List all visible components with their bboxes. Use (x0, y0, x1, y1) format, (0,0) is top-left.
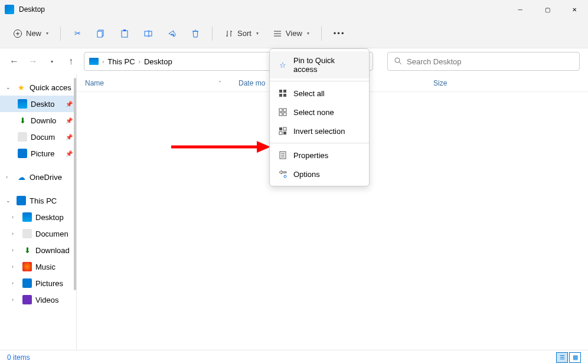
breadcrumb-current[interactable]: Desktop (144, 57, 172, 66)
cut-icon: ✂ (73, 29, 82, 38)
status-bar: 0 items ☰ ▦ (0, 350, 588, 364)
new-label: New (26, 29, 41, 38)
search-placeholder: Search Desktop (407, 57, 462, 66)
minimize-button[interactable]: ─ (507, 0, 534, 19)
video-icon (22, 295, 32, 304)
separator (270, 143, 369, 143)
thumbnails-view-button[interactable]: ▦ (569, 352, 581, 363)
maximize-button[interactable]: ▢ (534, 0, 561, 19)
select-none-icon (278, 107, 288, 117)
column-name[interactable]: Name ⌃ (77, 79, 230, 87)
sidebar-item-desktop[interactable]: Deskto 📌 (0, 96, 76, 112)
sidebar-item-videos[interactable]: › Videos (0, 291, 76, 308)
sidebar-item-pictures[interactable]: Picture 📌 (0, 145, 76, 162)
rename-button[interactable] (138, 25, 159, 42)
recent-dropdown[interactable]: ▾ (46, 55, 58, 67)
sidebar-item-music[interactable]: › Music (0, 258, 76, 275)
chevron-right-icon: › (12, 297, 19, 303)
status-item-count: 0 items (7, 353, 30, 362)
download-icon: ⬇ (22, 245, 32, 255)
context-menu: ☆ Pin to Quick access Select all Select … (269, 48, 370, 186)
svg-point-7 (395, 58, 400, 63)
chevron-right-icon: › (12, 264, 19, 270)
svg-rect-11 (279, 94, 282, 97)
download-icon: ⬇ (18, 116, 27, 125)
breadcrumb-root[interactable]: This PC (107, 57, 135, 66)
back-button[interactable]: ← (8, 55, 20, 67)
forward-button[interactable]: → (27, 55, 39, 67)
share-icon (167, 29, 177, 38)
svg-rect-3 (122, 31, 128, 37)
svg-rect-5 (145, 31, 152, 36)
close-button[interactable]: ✕ (561, 0, 588, 19)
column-size[interactable]: Size (425, 79, 472, 87)
paste-icon (120, 29, 129, 38)
window-title: Desktop (19, 5, 45, 14)
app-icon (5, 5, 14, 14)
sidebar-quick-access[interactable]: ⌄ ★ Quick acces (0, 79, 76, 96)
select-all-icon (278, 88, 288, 98)
pin-icon: 📌 (66, 101, 73, 107)
menu-select-none[interactable]: Select none (270, 103, 369, 122)
chevron-down-icon: ▾ (307, 31, 309, 36)
options-icon (278, 169, 288, 179)
sidebar-item-downloads[interactable]: ⬇ Downlo 📌 (0, 112, 76, 129)
chevron-right-icon: › (12, 214, 19, 220)
view-button[interactable]: View ▾ (267, 25, 315, 42)
menu-invert-selection[interactable]: Invert selection (270, 122, 369, 140)
sidebar-item-documents[interactable]: Docum 📌 (0, 129, 76, 145)
menu-pin-quick-access[interactable]: ☆ Pin to Quick access (270, 51, 369, 78)
menu-select-all[interactable]: Select all (270, 84, 369, 103)
svg-rect-16 (283, 113, 286, 116)
details-view-button[interactable]: ☰ (556, 352, 568, 363)
up-button[interactable]: ↑ (65, 55, 77, 67)
sort-icon (224, 29, 234, 38)
new-button[interactable]: New ▾ (7, 25, 54, 42)
sidebar-item-desktop[interactable]: › Desktop (0, 209, 76, 225)
paste-button[interactable] (114, 25, 135, 42)
sidebar-item-pictures[interactable]: › Pictures (0, 275, 76, 291)
pin-icon: 📌 (66, 150, 73, 157)
svg-rect-18 (283, 127, 286, 130)
menu-options[interactable]: Options (270, 165, 369, 183)
chevron-right-icon: › (12, 247, 19, 253)
sidebar-item-documents[interactable]: › Documen (0, 225, 76, 242)
sort-button[interactable]: Sort ▾ (218, 25, 264, 42)
copy-button[interactable] (90, 25, 112, 42)
svg-rect-4 (123, 29, 126, 31)
search-icon (394, 57, 402, 67)
document-icon (18, 132, 27, 142)
menu-label: Invert selection (293, 127, 345, 136)
cut-button[interactable]: ✂ (67, 25, 88, 42)
share-button[interactable] (161, 25, 182, 42)
title-bar: Desktop ─ ▢ ✕ (0, 0, 588, 19)
desktop-icon (89, 58, 99, 65)
menu-label: Options (293, 170, 320, 179)
column-label: Size (433, 79, 447, 87)
desktop-icon (18, 99, 27, 109)
delete-button[interactable] (185, 25, 206, 42)
sidebar-label: This PC (30, 196, 57, 205)
svg-rect-15 (279, 113, 282, 116)
sidebar-label: Quick acces (30, 83, 71, 92)
more-button[interactable]: ••• (328, 25, 351, 41)
chevron-down-icon: ⌄ (6, 198, 13, 204)
sidebar-onedrive[interactable]: › ☁ OneDrive (0, 169, 76, 185)
column-label: Date mo (239, 79, 265, 87)
chevron-down-icon: ▾ (46, 31, 48, 36)
column-label: Name (85, 79, 104, 87)
sidebar-this-pc[interactable]: ⌄ This PC (0, 192, 76, 209)
scrollbar[interactable] (74, 78, 76, 290)
search-box[interactable]: Search Desktop (387, 52, 580, 71)
document-icon (22, 229, 32, 238)
cloud-icon: ☁ (17, 172, 26, 182)
copy-icon (96, 29, 106, 38)
plus-circle-icon (13, 29, 22, 38)
star-icon: ★ (17, 83, 26, 92)
sidebar-item-downloads[interactable]: › ⬇ Download (0, 242, 76, 258)
menu-properties[interactable]: Properties (270, 146, 369, 165)
sort-indicator-icon: ⌃ (218, 80, 222, 86)
separator (212, 27, 213, 41)
menu-label: Pin to Quick access (293, 56, 361, 74)
svg-rect-19 (279, 132, 282, 135)
